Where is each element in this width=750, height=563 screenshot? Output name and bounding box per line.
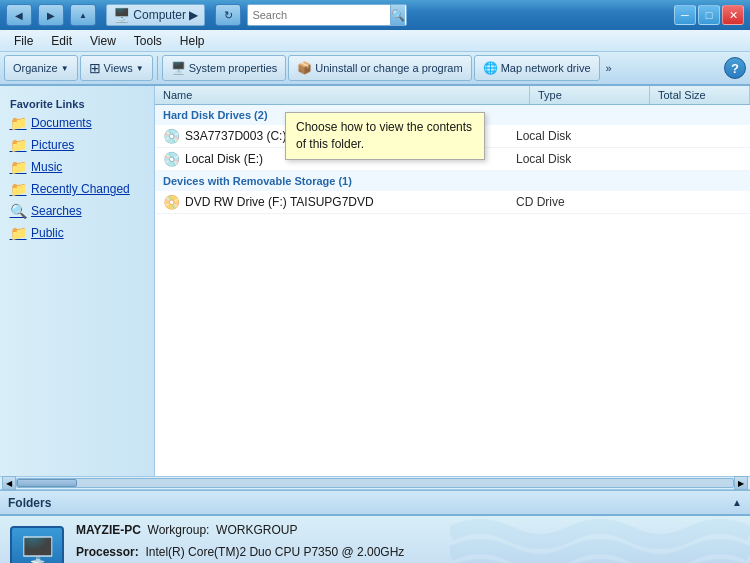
- file-area: Choose how to view the contents of this …: [155, 86, 750, 476]
- file-list-header: Name Type Total Size: [155, 86, 750, 105]
- search-box: 🔍: [247, 4, 407, 26]
- organize-arrow: ▼: [61, 64, 69, 73]
- breadcrumb[interactable]: 🖥️ Computer ▶: [106, 4, 205, 26]
- status-bar: 🖥️ MAYZIE-PC Workgroup: WORKGROUP Proces…: [0, 514, 750, 563]
- folder-icon: 📁: [10, 137, 26, 153]
- sidebar-label-recently-changed: Recently Changed: [31, 182, 130, 196]
- main-area: Favorite Links 📁 Documents 📁 Pictures 📁 …: [0, 86, 750, 476]
- menu-edit[interactable]: Edit: [43, 32, 80, 50]
- minimize-button[interactable]: ─: [674, 5, 696, 25]
- dvd-type: CD Drive: [516, 195, 636, 209]
- search-icon[interactable]: 🔍: [390, 5, 405, 25]
- disk-icon: 💿: [163, 151, 179, 167]
- views-label: Views: [104, 62, 133, 74]
- sidebar-label-searches: Searches: [31, 204, 82, 218]
- computer-icon: 🖥️: [10, 526, 64, 564]
- scroll-track[interactable]: [16, 478, 734, 488]
- sidebar-label-public: Public: [31, 226, 64, 240]
- tooltip: Choose how to view the contents of this …: [285, 112, 485, 160]
- sidebar-label-pictures: Pictures: [31, 138, 74, 152]
- search-input[interactable]: [252, 9, 390, 21]
- menu-help[interactable]: Help: [172, 32, 213, 50]
- tooltip-text: Choose how to view the contents of this …: [296, 120, 472, 151]
- col-header-size[interactable]: Total Size: [650, 86, 750, 104]
- horizontal-scrollbar[interactable]: ◀ ▶: [0, 476, 750, 490]
- toolbar: Organize ▼ ⊞ Views ▼ 🖥️ System propertie…: [0, 52, 750, 86]
- more-button[interactable]: »: [602, 62, 616, 74]
- title-bar: ◀ ▶ ▲ 🖥️ Computer ▶ ↻ 🔍 ─ □ ✕: [0, 0, 750, 30]
- removable-section-label: Devices with Removable Storage (1): [155, 171, 750, 191]
- menu-bar: File Edit View Tools Help: [0, 30, 750, 52]
- scroll-thumb[interactable]: [17, 479, 77, 487]
- folder-icon: 📁: [10, 225, 26, 241]
- workgroup-value: WORKGROUP: [216, 523, 297, 537]
- close-button[interactable]: ✕: [722, 5, 744, 25]
- folders-bar-toggle[interactable]: ▲: [732, 497, 742, 508]
- col-header-type[interactable]: Type: [530, 86, 650, 104]
- window-controls: ─ □ ✕: [674, 5, 744, 25]
- processor-label: Processor:: [76, 545, 139, 559]
- dvd-icon: 📀: [163, 194, 179, 210]
- organize-button[interactable]: Organize ▼: [4, 55, 78, 81]
- table-row[interactable]: 📀 DVD RW Drive (F:) TAISUPG7DVD CD Drive: [155, 191, 750, 214]
- menu-tools[interactable]: Tools: [126, 32, 170, 50]
- sidebar: Favorite Links 📁 Documents 📁 Pictures 📁 …: [0, 86, 155, 476]
- disk-icon: 💿: [163, 128, 179, 144]
- sidebar-item-public[interactable]: 📁 Public: [0, 222, 154, 244]
- col-header-name[interactable]: Name: [155, 86, 530, 104]
- dvd-name: DVD RW Drive (F:) TAISUPG7DVD: [185, 195, 510, 209]
- folder-icon: 📁: [10, 115, 26, 131]
- sidebar-item-music[interactable]: 📁 Music: [0, 156, 154, 178]
- toolbar-separator: [157, 56, 158, 80]
- removable-label: Devices with Removable Storage (1): [163, 175, 352, 187]
- decorative-pattern: [450, 514, 750, 563]
- map-network-button[interactable]: 🌐 Map network drive: [474, 55, 600, 81]
- folders-bar-label: Folders: [8, 496, 51, 510]
- system-properties-button[interactable]: 🖥️ System properties: [162, 55, 287, 81]
- sidebar-item-recently-changed[interactable]: 📁 Recently Changed: [0, 178, 154, 200]
- scroll-right-button[interactable]: ▶: [734, 476, 748, 490]
- computer-name: MAYZIE-PC: [76, 523, 141, 537]
- back-button[interactable]: ◀: [6, 4, 32, 26]
- folder-icon: 📁: [10, 181, 26, 197]
- sidebar-label-documents: Documents: [31, 116, 92, 130]
- search-icon: 🔍: [10, 203, 26, 219]
- system-properties-label: System properties: [189, 62, 278, 74]
- sidebar-label-music: Music: [31, 160, 62, 174]
- folders-bar[interactable]: Folders ▲: [0, 490, 750, 514]
- folder-icon: 📁: [10, 159, 26, 175]
- hard-drives-label: Hard Disk Drives (2): [163, 109, 268, 121]
- uninstall-label: Uninstall or change a program: [315, 62, 462, 74]
- forward-button[interactable]: ▶: [38, 4, 64, 26]
- drive-e-type: Local Disk: [516, 152, 636, 166]
- maximize-button[interactable]: □: [698, 5, 720, 25]
- help-button[interactable]: ?: [724, 57, 746, 79]
- drive-c-type: Local Disk: [516, 129, 636, 143]
- refresh-button[interactable]: ↻: [215, 4, 241, 26]
- views-button[interactable]: ⊞ Views ▼: [80, 55, 153, 81]
- uninstall-button[interactable]: 📦 Uninstall or change a program: [288, 55, 471, 81]
- workgroup-label: Workgroup:: [148, 523, 210, 537]
- menu-view[interactable]: View: [82, 32, 124, 50]
- sidebar-section-title: Favorite Links: [0, 94, 154, 112]
- title-bar-left: ◀ ▶ ▲ 🖥️ Computer ▶ ↻ 🔍: [6, 4, 407, 26]
- organize-label: Organize: [13, 62, 58, 74]
- views-arrow: ▼: [136, 64, 144, 73]
- processor-value: Intel(R) Core(TM)2 Duo CPU P7350 @ 2.00G…: [145, 545, 404, 559]
- up-button[interactable]: ▲: [70, 4, 96, 26]
- sidebar-item-searches[interactable]: 🔍 Searches: [0, 200, 154, 222]
- sidebar-item-documents[interactable]: 📁 Documents: [0, 112, 154, 134]
- sidebar-item-pictures[interactable]: 📁 Pictures: [0, 134, 154, 156]
- scroll-left-button[interactable]: ◀: [2, 476, 16, 490]
- map-network-label: Map network drive: [501, 62, 591, 74]
- status-info: MAYZIE-PC Workgroup: WORKGROUP Processor…: [76, 520, 404, 563]
- menu-file[interactable]: File: [6, 32, 41, 50]
